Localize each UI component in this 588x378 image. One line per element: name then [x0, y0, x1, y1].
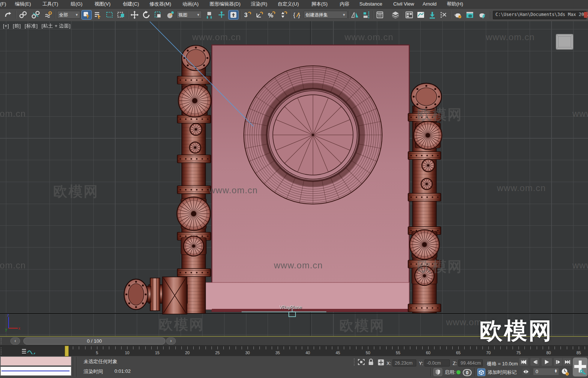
rectangular-selection-region-icon[interactable] [104, 10, 115, 20]
menu-tools[interactable]: 工具(T) [41, 0, 60, 8]
menu-content[interactable]: 内容 [338, 0, 351, 8]
time-tag-cube-icon[interactable] [477, 368, 485, 376]
menu-customize[interactable]: 自定义(U) [276, 0, 300, 8]
curve-editor-icon[interactable] [416, 10, 426, 20]
project-folder-field[interactable]: C:\Users\Han\Documents\3ds Max 2022 ▼ [493, 11, 587, 19]
chevron-down-icon: ▼ [75, 11, 78, 19]
y-coord-label: Y: [419, 361, 423, 366]
frame-tick [440, 346, 440, 349]
select-and-manipulate-icon[interactable] [216, 10, 227, 20]
toolbar-grip[interactable] [1, 338, 3, 344]
go-to-start-button[interactable] [519, 358, 529, 366]
toolbar-grip[interactable] [354, 358, 356, 366]
spinner-snap-toggle-icon[interactable] [278, 10, 289, 20]
axis-z-label: z [7, 313, 9, 317]
menu-modifiers[interactable]: 修改器(M) [148, 0, 173, 8]
keyboard-shortcut-override-button[interactable] [228, 10, 239, 20]
selection-lock-icon[interactable] [368, 359, 374, 366]
viewport-front[interactable]: z x y [+] [前] [标准] [粘土 + 边面] VRayPlane [0, 21, 588, 336]
torus-ring-object[interactable] [244, 66, 382, 204]
select-object-button[interactable] [81, 10, 92, 20]
menu-scripting[interactable]: 脚本(S) [310, 0, 329, 8]
safe-scene-count-button[interactable]: 0 [463, 369, 472, 376]
select-and-place-icon[interactable] [165, 10, 175, 20]
menu-file[interactable]: 文件(F) [0, 0, 8, 8]
watermark-plus-button[interactable] [573, 358, 588, 377]
time-slider-handle[interactable]: 0 / 100 [23, 337, 165, 345]
main-toolbar: 全部▼ 视图▼ 3 [0, 9, 588, 22]
notification-icon[interactable] [582, 10, 588, 20]
isolate-selection-icon[interactable] [358, 359, 365, 366]
array-tool-icon[interactable] [439, 10, 449, 20]
edit-named-selection-sets-icon[interactable]: {} [292, 10, 303, 20]
mirror-icon[interactable] [350, 10, 360, 20]
percent-snap-toggle-icon[interactable]: % [266, 10, 277, 20]
select-and-link-icon[interactable] [18, 10, 28, 20]
time-configuration-icon[interactable] [561, 368, 569, 377]
menu-views[interactable]: 视图(V) [93, 0, 112, 8]
select-and-scale-icon[interactable] [153, 10, 163, 20]
mini-curve-editor-icon[interactable] [22, 348, 37, 356]
next-frame-button[interactable] [553, 358, 563, 366]
rendered-frame-window-icon[interactable] [465, 10, 475, 20]
selection-filter-dropdown[interactable]: 全部▼ [57, 11, 80, 19]
toggle-layer-explorer-icon[interactable] [390, 10, 401, 20]
render-setup-icon[interactable] [453, 10, 463, 20]
menu-animation[interactable]: 动画(A) [181, 0, 200, 8]
menu-create[interactable]: 创建(C) [121, 0, 140, 8]
menu-civil-view[interactable]: Civil View [392, 0, 416, 8]
toggle-ribbon-icon[interactable] [404, 10, 414, 20]
reference-coordinate-dropdown[interactable]: 视图▼ [177, 11, 202, 19]
unlink-selection-icon[interactable] [30, 10, 41, 20]
use-pivot-point-icon[interactable] [204, 10, 214, 20]
add-time-tag[interactable]: 添加时间标记 [488, 369, 517, 376]
render-production-icon[interactable] [477, 10, 488, 20]
frame-spinner[interactable]: ▲▼ [554, 369, 558, 373]
track-bar[interactable]: 0510152025303540455055606570758085 [0, 345, 588, 356]
menu-help[interactable]: 帮助(H) [445, 0, 465, 8]
bind-to-space-warp-icon[interactable] [43, 10, 54, 20]
x-coord-field[interactable]: 26.23cm [392, 359, 416, 366]
previous-frame-button[interactable] [530, 358, 540, 366]
viewport-menu-shading[interactable]: [粘土 + 边面] [42, 23, 71, 29]
align-icon[interactable] [361, 10, 372, 20]
toolbar-grip[interactable] [1, 348, 3, 355]
safe-scene-shield-icon[interactable] [433, 368, 442, 376]
y-coord-field[interactable]: -0.0cm [424, 359, 450, 366]
render-to-texture-icon[interactable] [427, 10, 437, 20]
absolute-mode-transform-icon[interactable] [378, 359, 384, 367]
frame-tick [206, 346, 206, 349]
frame-tick [560, 346, 561, 349]
select-and-move-icon[interactable] [129, 10, 140, 20]
view-cube[interactable] [556, 34, 573, 49]
menu-graph-editors[interactable]: 图形编辑器(D) [208, 0, 242, 8]
select-and-rotate-icon[interactable] [141, 10, 152, 20]
angle-snap-toggle-icon[interactable] [254, 10, 265, 20]
menu-group[interactable]: 组(G) [69, 0, 84, 8]
current-frame-marker[interactable] [65, 346, 69, 356]
key-mode-toggle[interactable] [522, 368, 530, 375]
play-animation-button[interactable] [541, 358, 552, 366]
viewport-menu-general[interactable]: [+] [3, 23, 9, 29]
maxscript-mini-listener[interactable] [0, 366, 71, 376]
next-frame-slider-button[interactable]: › [166, 337, 176, 345]
menu-substance[interactable]: Substance [358, 0, 384, 8]
previous-frame-slider-button[interactable]: ‹ [10, 337, 20, 345]
viewport-menu-pov[interactable]: [前] [13, 23, 21, 29]
macro-recorder-panel[interactable] [0, 356, 71, 366]
menu-edit[interactable]: 编辑(E) [13, 0, 32, 8]
z-coord-field[interactable]: 99.464cm [458, 359, 483, 366]
menu-rendering[interactable]: 渲染(R) [249, 0, 269, 8]
frame-tick [452, 346, 453, 349]
go-to-end-button[interactable] [562, 358, 572, 366]
snaps-toggle-3d-icon[interactable]: 3 [242, 10, 253, 20]
redo-icon[interactable] [3, 10, 13, 20]
window-crossing-icon[interactable] [116, 10, 126, 20]
named-selection-set-dropdown[interactable]: 创建选择集▼ [304, 11, 348, 19]
frame-number-label: 40 [306, 350, 310, 355]
select-by-name-icon[interactable] [93, 10, 103, 20]
menu-arnold[interactable]: Arnold [421, 0, 438, 8]
toggle-scene-explorer-icon[interactable] [375, 10, 385, 20]
toolbar-separator [349, 11, 349, 19]
viewport-menu-standard[interactable]: [标准] [25, 23, 38, 29]
